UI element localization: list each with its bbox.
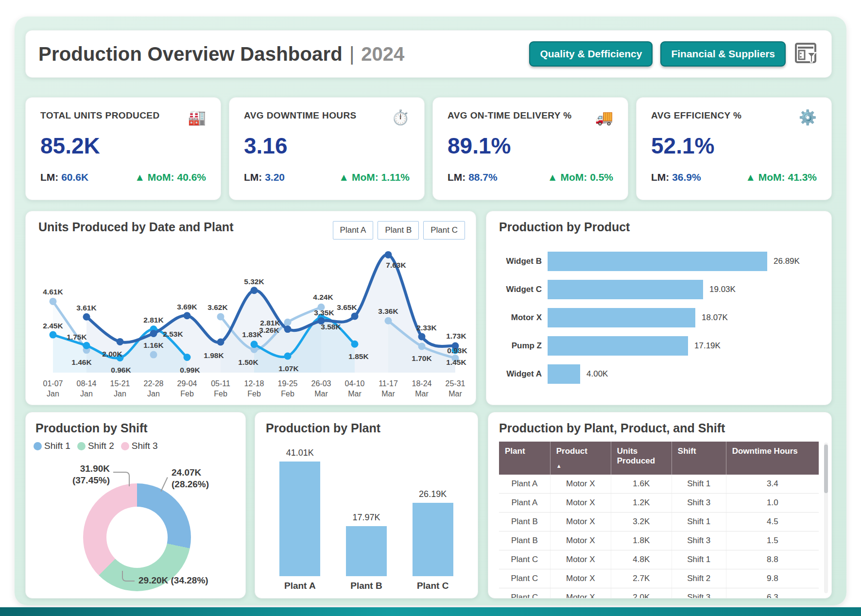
bar[interactable] [413,503,453,576]
table-scrollbar-thumb[interactable] [824,445,828,493]
data-label: 3.62K [207,303,228,311]
plant-c-button[interactable]: Plant C [423,221,465,240]
table-row[interactable]: Plant BMotor X3.2KShift 14.5 [499,513,819,531]
kpi-card-efficiency: AVG EFFICIENCY %⚙️ 52.1% LM: 36.9% ▲ MoM… [636,97,832,200]
data-point-plant-c[interactable] [284,319,292,326]
table-cell: Plant B [499,513,550,531]
data-point-plant-b[interactable] [83,342,90,349]
data-label: 0.93K [447,346,467,355]
bar-value-label: 4.00K [586,369,608,379]
data-point-plant-b[interactable] [284,353,292,360]
page-title: Production Overview Dashboard [38,43,343,65]
financial-suppliers-button[interactable]: Financial & Suppliers [660,41,786,67]
data-point-plant-a[interactable] [418,333,426,340]
data-point-plant-a[interactable] [385,251,392,258]
x-axis-label: 04-10Mar [345,379,365,398]
data-point-plant-a[interactable] [351,312,359,320]
data-point-plant-a[interactable] [150,330,157,337]
table-row[interactable]: Plant AMotor X1.6KShift 13.4 [499,475,819,494]
legend-item-shift-1[interactable]: Shift 1 [34,441,70,451]
data-point-plant-a[interactable] [217,339,224,346]
data-label: 3.35K [314,308,334,317]
plant-filter-buttons: Plant A Plant B Plant C [333,221,465,240]
data-label: 3.26K [259,326,279,334]
data-label: 4.61K [43,288,63,296]
table-cell: Shift 1 [672,513,726,531]
kpi-value: 89.1% [448,133,613,159]
column-header-downtime-hours[interactable]: Downtime Hours [726,442,819,475]
data-point-plant-c[interactable] [418,342,426,350]
bar-value-label: 18.07K [702,313,728,323]
quality-defficiency-button[interactable]: Quality & Defficiency [529,41,653,67]
bar[interactable] [548,280,703,299]
plant-b-button[interactable]: Plant B [378,221,419,240]
table-cell: 4.5 [726,513,819,531]
column-header-units-produced[interactable]: Units Produced [611,442,672,475]
bar-category-label: Plant C [417,581,448,591]
data-point-plant-a[interactable] [184,312,191,319]
plant-a-button[interactable]: Plant A [333,221,374,240]
table-cell: Motor X [550,513,611,531]
bar[interactable] [279,462,320,576]
table-cell: Plant C [499,588,550,599]
data-point-plant-c[interactable] [385,317,392,325]
bar-value-label: 26.19K [419,489,447,499]
data-label: 1.73K [446,332,466,340]
data-label: 1.45K [446,358,466,366]
data-point-plant-b[interactable] [184,354,191,361]
table-cell: Motor X [550,531,611,550]
kpi-title: AVG DOWNTIME HOURS [244,110,357,121]
data-label: 1.70K [412,354,432,362]
header: Production Overview Dashboard | 2024 Qua… [25,30,832,78]
legend-dot [77,442,86,450]
bar-value-label: 26.89K [774,257,800,266]
x-axis-label: 26-03Mar [311,379,331,398]
data-point-plant-b[interactable] [50,331,57,339]
x-axis-label: 25-31Mar [446,379,465,398]
kpi-title: AVG EFFICIENCY % [651,110,741,121]
title-year: 2024 [361,43,404,65]
x-axis-label: 05-11Feb [211,379,230,398]
legend-item-shift-3[interactable]: Shift 3 [121,441,158,451]
data-point-plant-a[interactable] [117,338,124,345]
table-cell: 1.0 [726,494,819,513]
data-point-plant-a[interactable] [284,325,292,333]
bar[interactable] [548,336,688,356]
data-point-plant-c[interactable] [150,351,157,359]
table-cell: 1.6K [611,475,672,494]
bar[interactable] [548,252,767,271]
table-cell: 1.2K [611,494,672,513]
kpi-title: AVG ON-TIME DELIVERY % [448,110,571,121]
x-axis-label: 08-14Jan [77,379,97,398]
data-label: 3.36K [378,307,398,315]
bar-column-plant-c: 26.19KPlant C [413,489,453,591]
column-header-shift[interactable]: Shift [672,442,726,475]
data-point-plant-a[interactable] [83,313,90,321]
bar[interactable] [548,308,695,327]
column-header-plant[interactable]: Plant [499,442,550,475]
bar[interactable] [346,526,387,576]
data-point-plant-a[interactable] [251,287,258,294]
data-point-plant-c[interactable] [50,298,57,305]
x-axis-label: 15-21Jan [110,379,130,398]
data-point-plant-c[interactable] [217,313,224,320]
table-row[interactable]: Plant CMotor X2.0KShift 36.3 [499,588,819,599]
bar-row-widget-c: Widget C19.03K [499,275,822,304]
title-divider: | [349,43,354,65]
legend-item-shift-2[interactable]: Shift 2 [77,441,114,451]
header-actions: Quality & Defficiency Financial & Suppli… [529,41,819,67]
slicer-filter-icon[interactable] [793,42,819,66]
kpi-mom: ▲ MoM: 0.5% [548,171,613,183]
table-row[interactable]: Plant CMotor X2.7KShift 29.8 [499,569,819,588]
bar[interactable] [548,364,580,384]
data-point-plant-b[interactable] [251,341,258,348]
column-header-product[interactable]: Product▲ [550,442,611,475]
data-label: 1.75K [67,333,87,341]
table-cell: Shift 2 [672,569,726,588]
bar-category-label: Widget B [499,257,548,266]
data-point-plant-b[interactable] [351,341,359,348]
table-row[interactable]: Plant AMotor X1.2KShift 31.0 [499,494,819,513]
bar-value-label: 41.01K [286,448,314,458]
table-row[interactable]: Plant CMotor X4.8KShift 18.8 [499,550,819,569]
table-row[interactable]: Plant BMotor X1.8KShift 31.5 [499,531,819,550]
